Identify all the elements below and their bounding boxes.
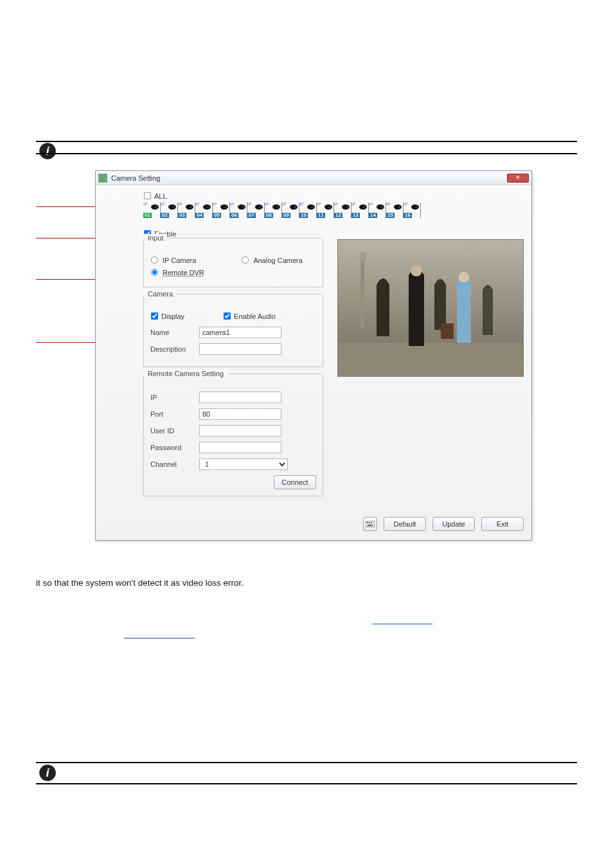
camera-chip-14[interactable]: IP14 — [369, 203, 386, 218]
svg-point-39 — [459, 272, 469, 282]
remote-dvr-radio-row[interactable]: Remote DVR — [150, 268, 316, 276]
name-input[interactable] — [199, 327, 281, 338]
camera-chip-04[interactable]: IP04 — [195, 203, 213, 218]
body-text: it so that the system won't detect it as… — [36, 577, 577, 590]
camera-chip-13[interactable]: IP13 — [351, 203, 369, 218]
svg-rect-41 — [366, 521, 375, 527]
name-label: Name — [150, 329, 199, 336]
camera-chip-11[interactable]: IP11 — [317, 203, 334, 218]
exit-button[interactable]: Exit — [481, 517, 524, 531]
camera-chip-03[interactable]: IP03 — [178, 203, 195, 218]
svg-point-27 — [363, 206, 366, 208]
camera-chip-02[interactable]: IP02 — [161, 203, 178, 218]
camera-chip-09[interactable]: IP09 — [282, 203, 299, 218]
camera-chip-row: IP01 IP02 IP03 IP04 IP05 IP06 IP07 IP08 … — [143, 203, 524, 218]
svg-rect-44 — [371, 522, 372, 523]
svg-point-23 — [328, 206, 331, 208]
ref-link-2[interactable] — [124, 630, 195, 639]
ip-camera-radio[interactable] — [151, 257, 158, 264]
svg-point-13 — [242, 206, 244, 208]
info-icon: i — [39, 764, 57, 782]
svg-point-11 — [224, 206, 227, 208]
ref-link-1[interactable] — [373, 616, 432, 625]
app-icon — [98, 174, 107, 183]
svg-rect-45 — [368, 525, 373, 526]
remote-group: Remote Camera Setting IP Port User ID Pa… — [143, 375, 323, 496]
password-input[interactable] — [199, 442, 281, 453]
camera-chip-07[interactable]: IP07 — [247, 203, 265, 218]
svg-point-29 — [380, 206, 383, 208]
info-icon: i — [39, 142, 57, 160]
ip-input[interactable] — [199, 392, 281, 403]
user-id-label: User ID — [150, 427, 199, 435]
camera-chip-16[interactable]: IP16 — [404, 203, 421, 218]
svg-point-5 — [172, 206, 175, 208]
svg-rect-36 — [360, 259, 364, 330]
camera-chip-12[interactable]: IP12 — [334, 203, 351, 218]
default-button[interactable]: Default — [384, 517, 426, 531]
camera-chip-08[interactable]: IP08 — [265, 203, 282, 218]
svg-point-15 — [259, 206, 262, 208]
svg-rect-35 — [338, 343, 524, 377]
svg-point-3 — [155, 206, 157, 208]
enable-audio-checkbox[interactable] — [224, 312, 231, 320]
keyboard-icon — [366, 521, 375, 527]
body-link-2: placeholder link — [36, 630, 577, 643]
body-link-1: placeholder link — [36, 616, 577, 629]
camera-setting-dialog: Camera Setting ✕ ALL IP01 IP02 IP03 IP04… — [95, 170, 532, 541]
svg-point-31 — [398, 206, 400, 208]
all-label: ALL — [154, 192, 167, 200]
input-legend: Input — [144, 234, 167, 242]
svg-rect-40 — [441, 323, 454, 339]
camera-chip-06[interactable]: IP06 — [230, 203, 247, 218]
all-checkbox[interactable] — [144, 192, 151, 199]
camera-chip-15[interactable]: IP15 — [386, 203, 404, 218]
svg-point-9 — [207, 206, 209, 208]
channel-label: Channel — [150, 460, 199, 468]
svg-point-33 — [415, 206, 418, 208]
svg-point-17 — [276, 206, 279, 208]
camera-legend: Camera — [144, 290, 177, 298]
svg-text:i: i — [46, 144, 49, 158]
port-input[interactable] — [199, 408, 281, 420]
user-id-input[interactable] — [199, 425, 281, 437]
window-title: Camera Setting — [111, 174, 160, 182]
ip-label: IP — [150, 393, 199, 401]
svg-point-21 — [311, 206, 314, 208]
description-label: Description — [150, 345, 199, 353]
port-label: Port — [150, 410, 199, 418]
camera-chip-05[interactable]: IP05 — [213, 203, 230, 218]
svg-point-25 — [346, 206, 348, 208]
input-group: Input IP Camera Analog Camera Remote DVR — [143, 239, 323, 287]
svg-point-19 — [294, 206, 296, 208]
camera-chip-01[interactable]: IP01 — [143, 203, 161, 218]
display-checkbox-row[interactable]: Display — [150, 312, 184, 320]
password-label: Password — [150, 444, 199, 451]
svg-point-7 — [190, 206, 192, 208]
camera-preview — [337, 239, 524, 377]
remote-legend: Remote Camera Setting — [144, 370, 227, 377]
svg-text:i: i — [46, 766, 49, 779]
remote-dvr-radio[interactable] — [151, 269, 158, 276]
display-checkbox[interactable] — [151, 312, 158, 320]
description-input[interactable] — [199, 343, 281, 355]
connect-button[interactable]: Connect — [274, 475, 316, 489]
update-button[interactable]: Update — [432, 517, 475, 531]
channel-select[interactable]: 1 — [199, 458, 288, 470]
camera-group: Camera Display Enable Audio Name Descrip… — [143, 295, 323, 367]
virtual-keyboard-button[interactable] — [363, 517, 377, 531]
titlebar[interactable]: Camera Setting ✕ — [96, 171, 531, 185]
analog-camera-radio-row[interactable]: Analog Camera — [241, 256, 302, 264]
ip-camera-radio-row[interactable]: IP Camera — [150, 256, 196, 264]
enable-audio-checkbox-row[interactable]: Enable Audio — [223, 312, 276, 320]
camera-chip-10[interactable]: IP10 — [299, 203, 317, 218]
close-button[interactable]: ✕ — [507, 174, 529, 183]
svg-point-38 — [411, 265, 422, 276]
svg-rect-43 — [369, 522, 370, 523]
svg-rect-37 — [360, 253, 366, 260]
analog-camera-radio[interactable] — [242, 257, 249, 264]
svg-rect-42 — [367, 522, 368, 523]
